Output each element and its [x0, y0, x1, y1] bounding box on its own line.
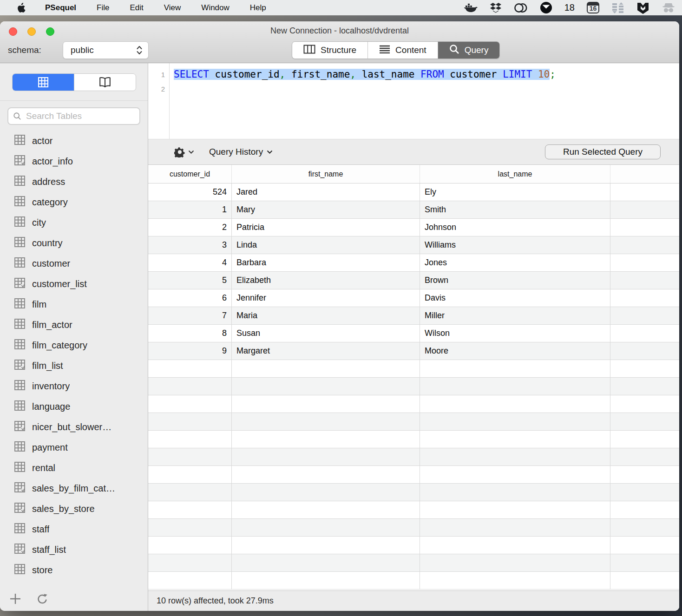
add-table-button[interactable]	[9, 593, 21, 607]
menu-app-name[interactable]: PSequel	[45, 3, 76, 13]
sidebar-item-actor[interactable]: actor	[0, 131, 148, 151]
sidebar-item-staff_list[interactable]: staff_list	[0, 539, 148, 560]
istat-bars-icon[interactable]	[611, 2, 624, 14]
query-history-button[interactable]: Query History	[209, 147, 273, 157]
cell-last-name[interactable]: Johnson	[420, 219, 610, 236]
sidebar-item-film_list[interactable]: film_list	[0, 355, 148, 376]
chevron-circle-icon[interactable]	[540, 1, 552, 14]
cell-first-name[interactable]: Jennifer	[232, 289, 420, 307]
apple-menu-icon[interactable]	[17, 3, 26, 13]
column-header-customer_id[interactable]: customer_id	[148, 165, 232, 183]
docker-icon[interactable]	[464, 2, 478, 13]
cell-customer-id[interactable]: 5	[148, 272, 232, 289]
cell-first-name[interactable]: Linda	[232, 236, 420, 254]
cell-last-name[interactable]: Brown	[420, 272, 610, 289]
menubar-count-badge[interactable]: 18	[564, 2, 575, 13]
cell-customer-id[interactable]: 7	[148, 307, 232, 324]
cell-customer-id[interactable]: 6	[148, 289, 232, 307]
sidebar-item-address[interactable]: address	[0, 171, 148, 192]
cell-customer-id[interactable]: 8	[148, 325, 232, 342]
refresh-icon	[36, 593, 48, 605]
menu-item-window[interactable]: Window	[201, 3, 229, 13]
cell-first-name[interactable]: Mary	[232, 201, 420, 218]
cell-empty	[148, 431, 232, 448]
sidebar-item-customer[interactable]: customer	[0, 253, 148, 274]
tab-query[interactable]: Query	[438, 42, 500, 59]
sidebar-item-language[interactable]: language	[0, 396, 148, 417]
table-row[interactable]: 9MargaretMoore	[148, 342, 679, 360]
sidebar-tab-bookmarks[interactable]	[74, 74, 136, 91]
malwarebytes-icon[interactable]	[636, 2, 649, 14]
cell-first-name[interactable]: Margaret	[232, 342, 420, 360]
sidebar-item-nicer_but_slower[interactable]: nicer_but_slower…	[0, 417, 148, 437]
table-row[interactable]: 2PatriciaJohnson	[148, 219, 679, 236]
menu-item-file[interactable]: File	[97, 3, 109, 13]
cell-first-name[interactable]: Barbara	[232, 254, 420, 271]
incognito-icon[interactable]	[662, 2, 675, 13]
sidebar-item-payment[interactable]: payment	[0, 437, 148, 458]
cell-empty	[420, 554, 610, 571]
cell-last-name[interactable]: Moore	[420, 342, 610, 360]
run-selected-query-button[interactable]: Run Selected Query	[545, 144, 661, 159]
cell-last-name[interactable]: Miller	[420, 307, 610, 324]
table-row[interactable]: 6JenniferDavis	[148, 289, 679, 307]
cell-last-name[interactable]: Wilson	[420, 325, 610, 342]
query-options-button[interactable]	[174, 146, 194, 157]
cell-first-name[interactable]: Patricia	[232, 219, 420, 236]
search-input[interactable]	[25, 111, 135, 122]
table-row[interactable]: 8SusanWilson	[148, 325, 679, 342]
cell-last-name[interactable]: Jones	[420, 254, 610, 271]
sidebar-item-category[interactable]: category	[0, 192, 148, 212]
search-icon	[13, 111, 21, 121]
menu-item-view[interactable]: View	[164, 3, 181, 13]
cell-customer-id[interactable]: 9	[148, 342, 232, 360]
sql-editor[interactable]: 12 SELECT customer_id, first_name, last_…	[148, 63, 679, 139]
table-row[interactable]: 1MarySmith	[148, 201, 679, 219]
search-tables-field[interactable]	[7, 107, 140, 125]
sidebar-item-sales_by_store[interactable]: sales_by_store	[0, 498, 148, 519]
table-row[interactable]: 524JaredEly	[148, 183, 679, 201]
sidebar-item-sales_by_film_cat[interactable]: sales_by_film_cat…	[0, 478, 148, 498]
table-row[interactable]: 4BarbaraJones	[148, 254, 679, 272]
cell-last-name[interactable]: Ely	[420, 183, 610, 201]
adobe-creative-cloud-icon[interactable]	[514, 3, 528, 13]
sidebar-item-store[interactable]: store	[0, 560, 148, 580]
sidebar-item-city[interactable]: city	[0, 212, 148, 233]
calendar-icon[interactable]: 16	[587, 2, 599, 13]
table-row[interactable]: 3LindaWilliams	[148, 236, 679, 254]
cell-first-name[interactable]: Jared	[232, 183, 420, 201]
tab-structure[interactable]: Structure	[292, 42, 368, 59]
sidebar-item-customer_list[interactable]: customer_list	[0, 274, 148, 294]
sidebar-item-country[interactable]: country	[0, 233, 148, 253]
sidebar-item-staff[interactable]: staff	[0, 519, 148, 539]
cell-customer-id[interactable]: 2	[148, 219, 232, 236]
table-row[interactable]: 5ElizabethBrown	[148, 272, 679, 289]
tab-content[interactable]: Content	[368, 42, 438, 59]
cell-first-name[interactable]: Susan	[232, 325, 420, 342]
cell-customer-id[interactable]: 524	[148, 183, 232, 201]
menu-item-edit[interactable]: Edit	[130, 3, 144, 13]
cell-customer-id[interactable]: 4	[148, 254, 232, 271]
cell-last-name[interactable]: Williams	[420, 236, 610, 254]
sidebar-item-label: sales_by_film_cat…	[32, 483, 115, 494]
menu-item-help[interactable]: Help	[250, 3, 266, 13]
refresh-button[interactable]	[36, 593, 48, 607]
cell-first-name[interactable]: Maria	[232, 307, 420, 324]
schema-select[interactable]: public	[63, 41, 149, 59]
cell-customer-id[interactable]: 3	[148, 236, 232, 254]
sidebar-item-film_category[interactable]: film_category	[0, 335, 148, 355]
sidebar-item-film_actor[interactable]: film_actor	[0, 315, 148, 335]
table-row[interactable]: 7MariaMiller	[148, 307, 679, 325]
cell-last-name[interactable]: Smith	[420, 201, 610, 218]
sidebar-item-inventory[interactable]: inventory	[0, 376, 148, 396]
dropbox-icon[interactable]	[490, 2, 502, 13]
cell-customer-id[interactable]: 1	[148, 201, 232, 218]
sidebar-item-rental[interactable]: rental	[0, 458, 148, 478]
column-header-last_name[interactable]: last_name	[420, 165, 610, 183]
column-header-first_name[interactable]: first_name	[232, 165, 420, 183]
cell-last-name[interactable]: Davis	[420, 289, 610, 307]
sidebar-item-actor_info[interactable]: actor_info	[0, 151, 148, 171]
cell-first-name[interactable]: Elizabeth	[232, 272, 420, 289]
sidebar-tab-tables[interactable]	[13, 74, 74, 91]
sidebar-item-film[interactable]: film	[0, 294, 148, 315]
